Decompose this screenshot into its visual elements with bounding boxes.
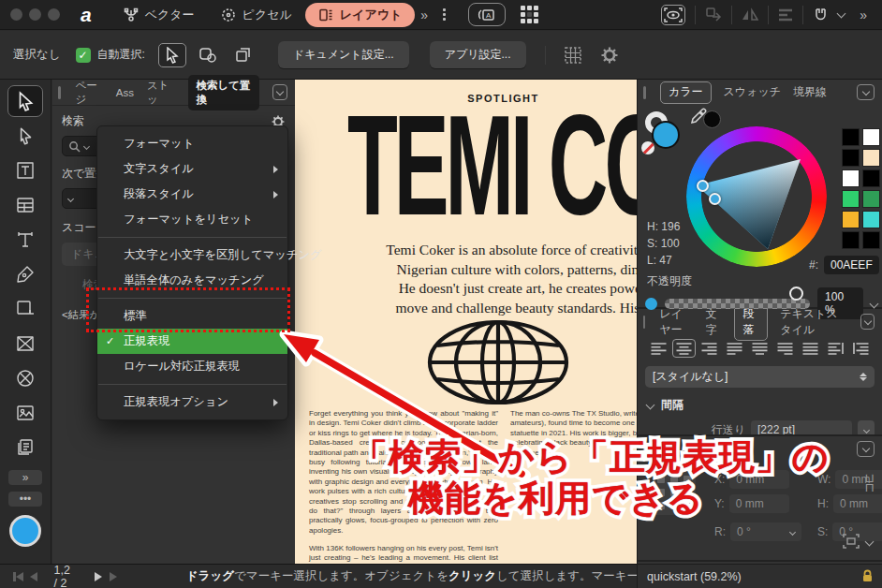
rail-expand-button[interactable]: »: [8, 470, 42, 485]
color-triangle[interactable]: [686, 126, 827, 267]
tab-stock[interactable]: ストッ: [147, 79, 175, 107]
opacity-slider[interactable]: [665, 299, 810, 309]
link-dimensions-icon[interactable]: ⊔⊓: [865, 474, 875, 493]
saturation-handle[interactable]: [709, 193, 721, 205]
transform-target-icon[interactable]: [843, 534, 860, 549]
hand-tool-toggle[interactable]: A: [468, 3, 506, 26]
justify-right-icon[interactable]: [773, 339, 797, 358]
select-same-button[interactable]: [194, 43, 222, 67]
justify-all-icon[interactable]: [799, 339, 822, 358]
persona-menu-dots[interactable]: [443, 8, 446, 21]
window-zoom-button[interactable]: [48, 8, 60, 21]
app-settings-button[interactable]: アプリ設定...: [430, 41, 526, 68]
persona-tab-layout[interactable]: レイアウト: [305, 3, 416, 27]
align-center-icon[interactable]: [672, 339, 696, 358]
panel-drag-handle[interactable]: [643, 86, 646, 99]
justify-center-icon[interactable]: [748, 339, 772, 358]
align-toward-spine-icon[interactable]: [824, 339, 847, 358]
tab-color[interactable]: カラー: [660, 81, 712, 104]
auto-select-checkbox[interactable]: ✓: [76, 48, 91, 63]
document-settings-button[interactable]: ドキュメント設定...: [278, 41, 409, 68]
settings-gear-button[interactable]: [600, 46, 619, 65]
color-selector-wheel[interactable]: [9, 515, 41, 547]
rectangle-tool[interactable]: [7, 293, 43, 325]
picture-frame-rectangle-tool[interactable]: [7, 328, 43, 360]
node-tool[interactable]: [7, 120, 43, 152]
rail-more-button[interactable]: •••: [8, 492, 42, 507]
menu-item-character-style[interactable]: 文字スタイル: [97, 156, 287, 182]
swatch[interactable]: [862, 231, 880, 249]
menu-item-reset-format[interactable]: フォーマットをリセット: [97, 207, 287, 232]
tab-stroke[interactable]: 境界線: [793, 84, 827, 100]
transform-panel-menu-button[interactable]: [857, 441, 875, 457]
place-image-tool[interactable]: [7, 397, 43, 429]
tab-assets[interactable]: Ass: [116, 87, 134, 98]
tab-layers[interactable]: レイヤー: [659, 309, 693, 338]
w-field[interactable]: 0 mm: [835, 470, 882, 489]
swatch[interactable]: [862, 149, 880, 167]
select-object-button[interactable]: [229, 43, 257, 67]
prev-page-button[interactable]: [30, 572, 37, 581]
panel-drag-handle[interactable]: [643, 316, 645, 329]
snapping-caret[interactable]: [837, 8, 846, 18]
table-tool[interactable]: [7, 189, 43, 221]
next-page-button[interactable]: [95, 572, 102, 581]
fill-color-well[interactable]: [652, 121, 680, 149]
swatch[interactable]: [842, 211, 860, 228]
leading-caret[interactable]: [858, 420, 875, 436]
panel-drag-handle[interactable]: [58, 86, 61, 99]
persona-tab-vector[interactable]: ベクター: [110, 3, 208, 27]
picture-frame-ellipse-tool[interactable]: [7, 362, 43, 394]
alignment-button[interactable]: [778, 8, 793, 22]
swatch[interactable]: [842, 128, 860, 146]
first-page-button[interactable]: [13, 572, 23, 581]
swatch[interactable]: [862, 128, 880, 146]
pages-tool[interactable]: [7, 432, 43, 463]
menu-item-regex-options[interactable]: 正規表現オプション: [97, 390, 287, 415]
spacing-collapse-caret[interactable]: [646, 401, 655, 410]
persona-tab-pixel[interactable]: ピクセル: [208, 3, 305, 27]
align-right-icon[interactable]: [698, 339, 721, 358]
color-panel-menu-button[interactable]: [857, 84, 875, 100]
persona-overflow-chevron[interactable]: »: [420, 7, 428, 22]
swatch[interactable]: [842, 231, 860, 249]
justify-left-icon[interactable]: [723, 339, 746, 358]
h-field[interactable]: 0 mm: [833, 494, 882, 513]
select-cursor-button[interactable]: [158, 43, 186, 67]
no-color-well[interactable]: [641, 141, 654, 154]
rotation-field[interactable]: 0 °: [730, 522, 801, 541]
tab-pages[interactable]: ページ: [76, 79, 103, 107]
hex-value-field[interactable]: 00AEEF: [824, 256, 879, 274]
tab-find-replace[interactable]: 検索して置換: [188, 75, 259, 110]
swatch[interactable]: [862, 190, 880, 208]
swatch[interactable]: [862, 211, 880, 228]
last-page-button[interactable]: [110, 572, 117, 581]
tab-paragraph[interactable]: 段落: [734, 309, 768, 341]
tab-text-styles[interactable]: テキストスタイル: [780, 309, 848, 338]
paragraph-style-dropdown[interactable]: [スタイルなし]: [645, 366, 875, 388]
frame-text-tool[interactable]: [7, 154, 43, 186]
y-field[interactable]: 0 mm: [729, 494, 789, 513]
tab-character[interactable]: 文字: [706, 309, 723, 338]
menu-item-locale-regex[interactable]: ロケール対応正規表現: [97, 354, 287, 379]
align-away-spine-icon[interactable]: [849, 339, 873, 358]
swatch[interactable]: [862, 169, 880, 187]
swatch[interactable]: [842, 149, 860, 167]
menu-item-paragraph-style[interactable]: 段落スタイル: [97, 182, 287, 207]
toolbar-overflow-chevron[interactable]: »: [860, 7, 867, 22]
studio-grid-icon[interactable]: [521, 6, 538, 23]
window-minimize-button[interactable]: [29, 8, 41, 21]
opacity-slider-handle[interactable]: [789, 287, 803, 301]
move-tool[interactable]: [7, 85, 43, 117]
paragraph-panel-menu-button[interactable]: [860, 314, 875, 330]
snapping-button[interactable]: [813, 7, 829, 22]
artistic-text-tool[interactable]: [7, 224, 43, 256]
tab-swatches[interactable]: スウォッチ: [724, 84, 781, 100]
menu-item-format[interactable]: フォーマット: [97, 131, 287, 156]
margins-button[interactable]: [563, 45, 583, 66]
hue-handle[interactable]: [697, 180, 709, 192]
pen-tool[interactable]: [7, 258, 43, 290]
preview-mode-button[interactable]: [661, 5, 685, 25]
transform-target-caret[interactable]: [865, 537, 875, 546]
menu-item-match-case[interactable]: 大文字と小文字を区別してマッチング: [97, 243, 287, 268]
